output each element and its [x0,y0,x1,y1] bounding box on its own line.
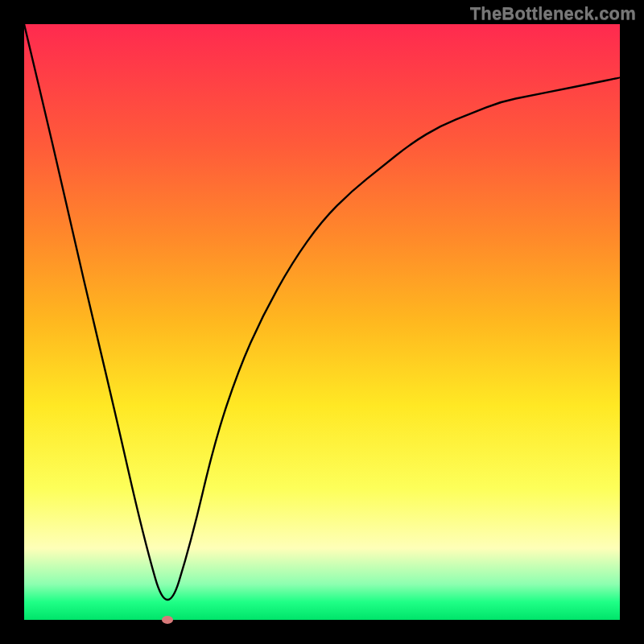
watermark-text: TheBottleneck.com [470,3,636,24]
optimal-point-marker [162,616,173,624]
chart-frame: TheBottleneck.com [0,0,644,644]
bottleneck-curve [24,24,620,620]
plot-area [24,24,620,620]
